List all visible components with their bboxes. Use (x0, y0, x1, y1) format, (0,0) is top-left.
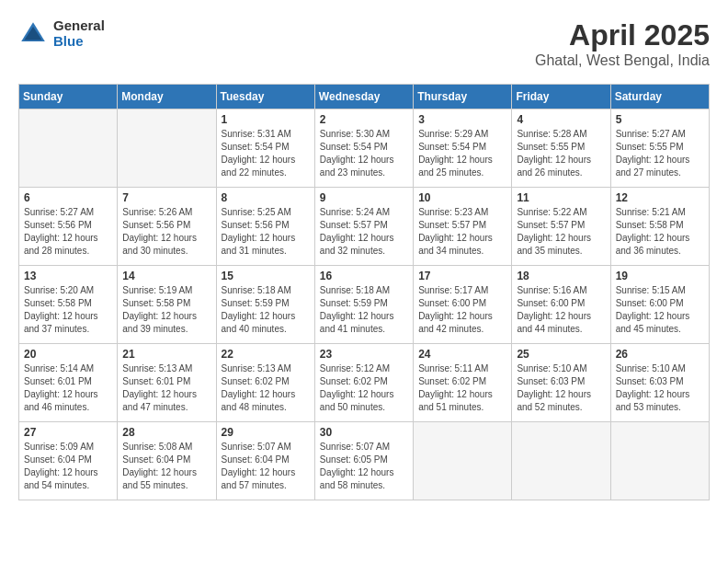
day-info: Sunrise: 5:15 AM Sunset: 6:00 PM Dayligh… (616, 284, 704, 336)
calendar-cell: 11Sunrise: 5:22 AM Sunset: 5:57 PM Dayli… (512, 188, 610, 266)
day-number: 6 (24, 191, 112, 204)
day-number: 3 (418, 113, 506, 126)
logo-icon (18, 19, 48, 49)
calendar-cell: 12Sunrise: 5:21 AM Sunset: 5:58 PM Dayli… (610, 188, 709, 266)
title-block: April 2025 Ghatal, West Bengal, India (535, 18, 710, 69)
calendar-cell: 25Sunrise: 5:10 AM Sunset: 6:03 PM Dayli… (512, 344, 610, 422)
calendar-location: Ghatal, West Bengal, India (535, 52, 710, 69)
day-number: 18 (517, 270, 605, 282)
calendar-cell: 27Sunrise: 5:09 AM Sunset: 6:04 PM Dayli… (19, 422, 118, 500)
calendar-week-row: 27Sunrise: 5:09 AM Sunset: 6:04 PM Dayli… (19, 422, 710, 500)
day-info: Sunrise: 5:09 AM Sunset: 6:04 PM Dayligh… (24, 441, 112, 492)
day-info: Sunrise: 5:27 AM Sunset: 5:56 PM Dayligh… (24, 206, 112, 258)
calendar-cell: 4Sunrise: 5:28 AM Sunset: 5:55 PM Daylig… (512, 109, 610, 188)
day-number: 17 (418, 270, 506, 282)
calendar-cell (19, 109, 118, 188)
calendar-cell: 1Sunrise: 5:31 AM Sunset: 5:54 PM Daylig… (216, 109, 314, 188)
header-sunday: Sunday (19, 85, 118, 109)
day-info: Sunrise: 5:08 AM Sunset: 6:04 PM Dayligh… (122, 441, 210, 492)
header-monday: Monday (118, 85, 216, 109)
header-saturday: Saturday (610, 85, 709, 109)
calendar-cell: 17Sunrise: 5:17 AM Sunset: 6:00 PM Dayli… (414, 266, 512, 344)
calendar-cell: 5Sunrise: 5:27 AM Sunset: 5:55 PM Daylig… (610, 109, 709, 188)
day-info: Sunrise: 5:14 AM Sunset: 6:01 PM Dayligh… (24, 362, 112, 414)
day-info: Sunrise: 5:12 AM Sunset: 6:02 PM Dayligh… (320, 362, 408, 414)
day-info: Sunrise: 5:10 AM Sunset: 6:03 PM Dayligh… (517, 362, 605, 414)
calendar-cell (610, 422, 709, 500)
calendar-cell: 30Sunrise: 5:07 AM Sunset: 6:05 PM Dayli… (314, 422, 413, 500)
day-number: 24 (418, 348, 506, 361)
day-number: 13 (24, 270, 112, 282)
day-number: 21 (122, 348, 210, 361)
calendar-cell: 13Sunrise: 5:20 AM Sunset: 5:58 PM Dayli… (19, 266, 118, 344)
calendar-header-row: SundayMondayTuesdayWednesdayThursdayFrid… (19, 85, 710, 109)
calendar-cell: 16Sunrise: 5:18 AM Sunset: 5:59 PM Dayli… (314, 266, 413, 344)
day-number: 2 (320, 113, 408, 126)
logo-general-text: General (53, 18, 105, 34)
calendar-cell: 6Sunrise: 5:27 AM Sunset: 5:56 PM Daylig… (19, 188, 118, 266)
day-number: 26 (616, 348, 704, 361)
calendar-cell: 29Sunrise: 5:07 AM Sunset: 6:04 PM Dayli… (216, 422, 314, 500)
page-header: General Blue April 2025 Ghatal, West Ben… (18, 18, 710, 69)
day-number: 8 (222, 191, 310, 204)
logo-blue-text: Blue (53, 34, 105, 50)
calendar-cell: 9Sunrise: 5:24 AM Sunset: 5:57 PM Daylig… (314, 188, 413, 266)
day-info: Sunrise: 5:13 AM Sunset: 6:01 PM Dayligh… (122, 362, 210, 414)
header-friday: Friday (512, 85, 610, 109)
calendar-cell (414, 422, 512, 500)
day-number: 22 (222, 348, 310, 361)
day-number: 12 (616, 191, 704, 204)
calendar-cell: 7Sunrise: 5:26 AM Sunset: 5:56 PM Daylig… (118, 188, 216, 266)
day-number: 7 (122, 191, 210, 204)
day-number: 15 (222, 270, 310, 282)
calendar-cell: 26Sunrise: 5:10 AM Sunset: 6:03 PM Dayli… (610, 344, 709, 422)
calendar-cell: 24Sunrise: 5:11 AM Sunset: 6:02 PM Dayli… (414, 344, 512, 422)
day-info: Sunrise: 5:07 AM Sunset: 6:04 PM Dayligh… (222, 441, 310, 492)
logo: General Blue (18, 18, 105, 49)
day-number: 27 (24, 426, 112, 439)
day-info: Sunrise: 5:16 AM Sunset: 6:00 PM Dayligh… (517, 284, 605, 336)
day-number: 29 (222, 426, 310, 439)
day-info: Sunrise: 5:28 AM Sunset: 5:55 PM Dayligh… (517, 128, 605, 179)
day-info: Sunrise: 5:22 AM Sunset: 5:57 PM Dayligh… (517, 206, 605, 258)
calendar-cell: 14Sunrise: 5:19 AM Sunset: 5:58 PM Dayli… (118, 266, 216, 344)
day-info: Sunrise: 5:11 AM Sunset: 6:02 PM Dayligh… (418, 362, 506, 414)
calendar-week-row: 13Sunrise: 5:20 AM Sunset: 5:58 PM Dayli… (19, 266, 710, 344)
day-info: Sunrise: 5:17 AM Sunset: 6:00 PM Dayligh… (418, 284, 506, 336)
header-thursday: Thursday (414, 85, 512, 109)
calendar-cell (118, 109, 216, 188)
day-info: Sunrise: 5:07 AM Sunset: 6:05 PM Dayligh… (320, 441, 408, 492)
day-info: Sunrise: 5:20 AM Sunset: 5:58 PM Dayligh… (24, 284, 112, 336)
calendar-cell: 18Sunrise: 5:16 AM Sunset: 6:00 PM Dayli… (512, 266, 610, 344)
day-number: 30 (320, 426, 408, 439)
calendar-cell: 23Sunrise: 5:12 AM Sunset: 6:02 PM Dayli… (314, 344, 413, 422)
calendar-cell (512, 422, 610, 500)
calendar-cell: 19Sunrise: 5:15 AM Sunset: 6:00 PM Dayli… (610, 266, 709, 344)
day-number: 25 (517, 348, 605, 361)
day-info: Sunrise: 5:26 AM Sunset: 5:56 PM Dayligh… (122, 206, 210, 258)
day-number: 19 (616, 270, 704, 282)
calendar-cell: 10Sunrise: 5:23 AM Sunset: 5:57 PM Dayli… (414, 188, 512, 266)
calendar-cell: 22Sunrise: 5:13 AM Sunset: 6:02 PM Dayli… (216, 344, 314, 422)
day-number: 9 (320, 191, 408, 204)
calendar-month-title: April 2025 (535, 18, 710, 52)
calendar-cell: 15Sunrise: 5:18 AM Sunset: 5:59 PM Dayli… (216, 266, 314, 344)
day-number: 11 (517, 191, 605, 204)
calendar-week-row: 1Sunrise: 5:31 AM Sunset: 5:54 PM Daylig… (19, 109, 710, 188)
calendar-cell: 2Sunrise: 5:30 AM Sunset: 5:54 PM Daylig… (314, 109, 413, 188)
day-number: 23 (320, 348, 408, 361)
day-number: 10 (418, 191, 506, 204)
calendar-cell: 3Sunrise: 5:29 AM Sunset: 5:54 PM Daylig… (414, 109, 512, 188)
calendar-week-row: 6Sunrise: 5:27 AM Sunset: 5:56 PM Daylig… (19, 188, 710, 266)
day-info: Sunrise: 5:19 AM Sunset: 5:58 PM Dayligh… (122, 284, 210, 336)
day-number: 4 (517, 113, 605, 126)
day-info: Sunrise: 5:31 AM Sunset: 5:54 PM Dayligh… (222, 128, 310, 179)
day-info: Sunrise: 5:25 AM Sunset: 5:56 PM Dayligh… (222, 206, 310, 258)
header-wednesday: Wednesday (314, 85, 413, 109)
calendar-cell: 20Sunrise: 5:14 AM Sunset: 6:01 PM Dayli… (19, 344, 118, 422)
day-number: 20 (24, 348, 112, 361)
day-info: Sunrise: 5:23 AM Sunset: 5:57 PM Dayligh… (418, 206, 506, 258)
day-info: Sunrise: 5:24 AM Sunset: 5:57 PM Dayligh… (320, 206, 408, 258)
day-number: 16 (320, 270, 408, 282)
day-info: Sunrise: 5:18 AM Sunset: 5:59 PM Dayligh… (320, 284, 408, 336)
